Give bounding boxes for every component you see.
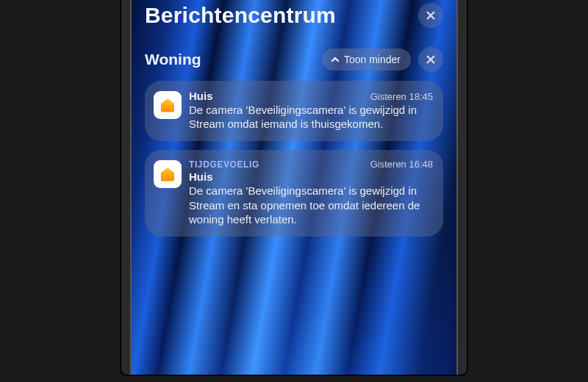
chevron-up-icon: [331, 55, 340, 64]
notification-item[interactable]: Huis Gisteren 18:45 De camera 'Beveiligi…: [145, 81, 443, 141]
phone-screen: Berichtencentrum Woning Toon minder: [130, 0, 458, 375]
app-icon: [154, 91, 182, 119]
close-button[interactable]: [418, 3, 443, 28]
page-title: Berichtencentrum: [145, 3, 336, 28]
nc-header: Berichtencentrum: [145, 3, 443, 28]
close-icon: [426, 10, 436, 21]
app-icon: [154, 160, 182, 188]
notification-time: Gisteren 18:45: [370, 91, 433, 102]
show-less-label: Toon minder: [344, 54, 401, 65]
group-title: Woning: [145, 51, 315, 68]
notification-item[interactable]: TIJDGEVOELIG Huis Gisteren 16:48 De came…: [145, 150, 443, 237]
group-header: Woning Toon minder: [145, 47, 443, 72]
show-less-button[interactable]: Toon minder: [322, 48, 411, 71]
home-icon: [159, 96, 176, 114]
notification-text: De camera 'Beveiligingscamera' is gewijz…: [189, 184, 433, 226]
notification-body: Huis Gisteren 18:45 De camera 'Beveiligi…: [189, 90, 433, 131]
notification-center: Berichtencentrum Woning Toon minder: [130, 0, 458, 237]
notification-time: Gisteren 16:48: [370, 159, 433, 170]
notification-body: TIJDGEVOELIG Huis Gisteren 16:48 De came…: [189, 159, 433, 226]
notification-app-name: Huis: [189, 170, 259, 183]
notification-eyebrow: TIJDGEVOELIG: [189, 159, 259, 170]
phone-mock: Berichtencentrum Woning Toon minder: [121, 0, 467, 375]
home-icon: [159, 165, 176, 183]
notification-text: De camera 'Beveiligingscamera' is gewijz…: [189, 103, 433, 131]
group-dismiss-button[interactable]: [418, 47, 443, 72]
close-icon: [426, 54, 436, 65]
notification-app-name: Huis: [189, 90, 213, 102]
